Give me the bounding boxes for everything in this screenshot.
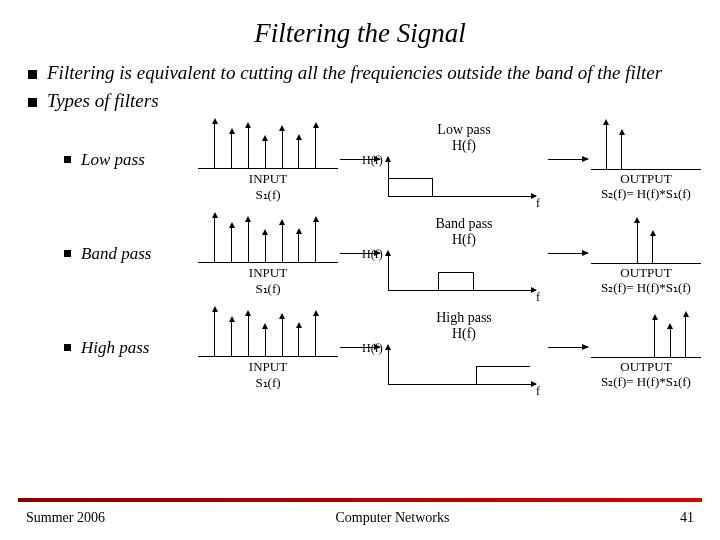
sub-bullet-bandpass: Band pass (64, 244, 198, 264)
input-symbol: S₁(f) (255, 375, 280, 390)
output-label: OUTPUT (620, 359, 671, 374)
input-label: INPUT (249, 171, 287, 186)
slide-title: Filtering the Signal (0, 0, 720, 61)
output-symbol: S₂(f)= H(f)*S₁(f) (601, 374, 691, 389)
highpass-transfer-plot: H(f) f (388, 343, 538, 385)
output-spectrum-highpass (591, 306, 701, 358)
lowpass-transfer-plot: H(f) f (388, 155, 538, 197)
bullet-icon (28, 70, 37, 79)
f-axis-label: f (536, 384, 540, 399)
sub-bullet-label: Band pass (81, 244, 151, 264)
arrow-icon (548, 159, 588, 160)
f-axis-label: f (536, 196, 540, 211)
bullet-icon (64, 156, 71, 163)
filter-row-bandpass: Band pass INPUTS₁(f) Band passH(f) H(f) (28, 211, 702, 297)
footer-center: Computer Networks (336, 510, 450, 526)
hf-axis-label: H(f) (362, 247, 383, 262)
output-symbol: S₂(f)= H(f)*S₁(f) (601, 280, 691, 295)
filter-title-a: High pass (436, 310, 492, 325)
input-label: INPUT (249, 359, 287, 374)
output-spectrum-bandpass (591, 212, 701, 264)
bandpass-filter-box: Band passH(f) H(f) f (382, 216, 546, 291)
arrow-icon (548, 253, 588, 254)
sub-bullet-label: Low pass (81, 150, 145, 170)
input-symbol: S₁(f) (255, 187, 280, 202)
input-spectrum-diagram (198, 211, 338, 263)
bullet-2-text: Types of filters (47, 89, 702, 113)
output-spectrum-lowpass (591, 118, 701, 170)
input-spectrum-diagram (198, 117, 338, 169)
highpass-filter-box: High passH(f) H(f) f (382, 310, 546, 385)
filter-title-b: H(f) (452, 232, 476, 247)
sub-bullet-highpass: High pass (64, 338, 198, 358)
sub-bullet-label: High pass (81, 338, 149, 358)
bullet-1: Filtering is equivalent to cutting all t… (28, 61, 702, 85)
footer-left: Summer 2006 (26, 510, 105, 526)
bullet-2: Types of filters (28, 89, 702, 113)
bullet-1-text: Filtering is equivalent to cutting all t… (47, 61, 702, 85)
output-label: OUTPUT (620, 171, 671, 186)
output-label: OUTPUT (620, 265, 671, 280)
slide-content: Filtering is equivalent to cutting all t… (0, 61, 720, 391)
output-symbol: S₂(f)= H(f)*S₁(f) (601, 186, 691, 201)
filter-row-highpass: High pass INPUTS₁(f) High passH(f) H(f) (28, 305, 702, 391)
filter-title-a: Band pass (435, 216, 492, 231)
filter-row-lowpass: Low pass INPUTS₁(f) Low passH(f) H(f) (28, 117, 702, 203)
f-axis-label: f (536, 290, 540, 305)
hf-axis-label: H(f) (362, 341, 383, 356)
slide-footer: Summer 2006 Computer Networks 41 (0, 510, 720, 526)
bullet-icon (28, 98, 37, 107)
arrow-icon (548, 347, 588, 348)
lowpass-filter-box: Low passH(f) H(f) f (382, 122, 546, 197)
footer-page-number: 41 (680, 510, 694, 526)
sub-bullet-lowpass: Low pass (64, 150, 198, 170)
hf-axis-label: H(f) (362, 153, 383, 168)
filter-title-a: Low pass (437, 122, 490, 137)
bullet-icon (64, 250, 71, 257)
bullet-icon (64, 344, 71, 351)
input-label: INPUT (249, 265, 287, 280)
filter-title-b: H(f) (452, 138, 476, 153)
bandpass-transfer-plot: H(f) f (388, 249, 538, 291)
input-spectrum-diagram (198, 305, 338, 357)
footer-accent-bar (18, 498, 702, 502)
filter-title-b: H(f) (452, 326, 476, 341)
input-symbol: S₁(f) (255, 281, 280, 296)
